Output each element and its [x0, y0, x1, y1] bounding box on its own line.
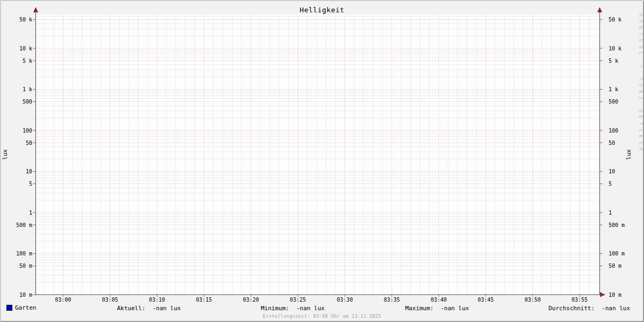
y-tick-label-right: 10 k: [609, 46, 621, 52]
x-tick-label: 03:50: [524, 297, 540, 303]
y-tick-label-left: 100: [23, 128, 32, 134]
y-tick-label-left: 500 m: [16, 222, 32, 228]
stat-current-label: Aktuell:: [117, 305, 145, 312]
x-tick-label: 03:10: [149, 297, 165, 303]
x-tick-label: 03:25: [290, 297, 306, 303]
stat-average: Durchschnitt: -nan lux: [548, 305, 630, 312]
y-tick-label-right: 50: [609, 140, 615, 146]
y-tick-label-left: 5: [29, 181, 32, 187]
stat-minimum-value: -nan lux: [296, 305, 325, 312]
plot-canvas: [36, 14, 599, 295]
legend-series-label: Garten: [15, 304, 36, 311]
x-tick-label: 03:35: [384, 297, 400, 303]
y-tick-label-left: 1 k: [23, 86, 32, 92]
y-tick-label-left: 5 k: [23, 58, 32, 64]
y-axis-label-left: lux: [2, 148, 9, 161]
x-tick-label: 03:30: [336, 297, 353, 303]
y-tick-label-right: 50 m: [609, 263, 621, 269]
x-tick-label: 03:00: [55, 297, 71, 303]
y-tick-label-right: 100 m: [609, 251, 625, 257]
x-tick-label: 03:15: [196, 297, 212, 303]
x-tick-label: 03:40: [430, 297, 447, 303]
legend-color-swatch: [6, 305, 12, 311]
stat-minimum: Minimum: -nan lux: [261, 305, 325, 312]
y-tick-label-right: 5 k: [609, 58, 618, 64]
y-tick-label-right: 1: [609, 210, 612, 216]
legend-series: Garten: [6, 304, 36, 311]
chart-title: Helligkeit: [0, 6, 644, 14]
stat-current: Aktuell: -nan lux: [117, 305, 181, 312]
chart-plot-area: 50 k50 k10 k10 k5 k5 k1 k1 k500500100100…: [0, 0, 644, 322]
y-tick-label-right: 500 m: [609, 222, 625, 228]
y-tick-label-right: 500: [609, 99, 618, 105]
stat-average-value: -nan lux: [602, 305, 630, 312]
y-tick-label-left: 1: [29, 210, 32, 216]
creation-timestamp: Erstellungszeit: 03:48 Uhr am 13.11.2025: [0, 313, 644, 319]
y-tick-label-right: 50 k: [609, 17, 621, 23]
stat-maximum-value: -nan lux: [441, 305, 469, 312]
y-tick-label-left: 10 m: [19, 292, 32, 298]
y-tick-label-left: 50 m: [19, 263, 32, 269]
stat-current-value: -nan lux: [152, 305, 181, 312]
x-tick-label: 03:05: [102, 297, 118, 303]
y-tick-label-right: 100: [609, 128, 618, 134]
y-tick-label-right: 10 m: [609, 292, 621, 298]
y-tick-label-right: 5: [609, 181, 612, 187]
y-tick-label-left: 50: [26, 140, 32, 146]
x-tick-label: 03:45: [478, 297, 494, 303]
y-tick-label-left: 10: [26, 169, 32, 174]
y-tick-label-left: 10 k: [19, 46, 32, 52]
y-axis-label-right: lux: [625, 148, 633, 161]
y-tick-label-right: 1 k: [609, 86, 618, 92]
stat-minimum-label: Minimum:: [261, 305, 289, 312]
stat-average-label: Durchschnitt:: [548, 305, 595, 312]
stat-maximum-label: Maximum:: [405, 305, 434, 312]
rrdtool-watermark: RRDTOOL / TOBI OETIKER: [638, 3, 644, 164]
y-tick-label-left: 50 k: [19, 17, 32, 23]
stat-maximum: Maximum: -nan lux: [405, 305, 469, 312]
y-tick-label-right: 10: [609, 169, 615, 174]
y-tick-label-left: 100 m: [16, 251, 32, 257]
y-tick-label-left: 500: [23, 99, 32, 105]
x-tick-label: 03:55: [572, 297, 588, 303]
x-tick-label: 03:20: [243, 297, 259, 303]
